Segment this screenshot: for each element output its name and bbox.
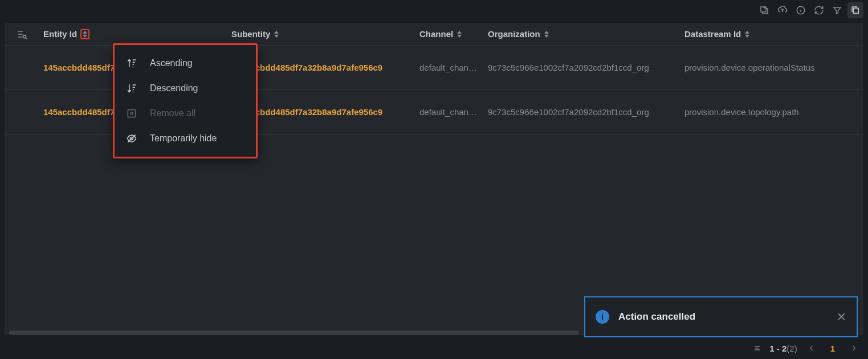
table-header: Entity Id Subentity Channel Organization [5,23,863,46]
menu-item-ascending[interactable]: Ascending [115,51,256,76]
column-header-entity-id[interactable]: Entity Id [39,29,227,39]
toast-notification: i Action cancelled ✕ [584,296,858,337]
svg-rect-2 [853,8,858,13]
cell-channel: default_channel [415,107,483,117]
cell-organization: 9c73c5c966e1002cf7a2092cd2bf1ccd_org [483,107,680,117]
range-display: 1 - 2(2) [769,344,797,353]
menu-label: Temporarily hide [150,133,217,144]
current-page[interactable]: 1 [826,344,840,353]
data-table: Entity Id Subentity Channel Organization [5,23,863,335]
remove-icon [126,108,137,119]
range-text: 1 - 2 [769,344,787,353]
column-header-subentity[interactable]: Subentity [227,29,415,39]
toast-message: Action cancelled [618,311,828,323]
column-label: Organization [488,29,540,39]
layout-icon[interactable] [847,2,863,18]
next-page-button[interactable] [847,344,860,352]
sort-descending-icon [126,83,137,94]
sort-toggle-icon[interactable] [274,31,279,38]
sort-toggle-icon[interactable] [744,31,750,38]
filter-icon[interactable] [829,2,845,18]
pagination-bar: 1 - 2(2) 1 [753,338,860,358]
hide-icon [126,133,137,144]
info-icon: i [596,310,609,324]
sort-ascending-icon [126,58,137,69]
sort-toggle-icon[interactable] [457,31,462,38]
info-icon[interactable] [793,2,809,18]
cell-datastream-id: provision.device.topology.path [680,107,840,117]
upload-icon[interactable] [775,2,790,18]
export-icon[interactable] [756,2,772,18]
sort-toggle-icon[interactable] [544,31,549,38]
column-label: Datastream Id [684,29,741,39]
close-icon[interactable]: ✕ [837,310,846,324]
total-text: (2) [787,344,797,353]
column-header-datastream-id[interactable]: Datastream Id [680,29,840,39]
menu-item-descending[interactable]: Descending [115,76,256,101]
cell-organization: 9c73c5c966e1002cf7a2092cd2bf1ccd_org [483,63,680,72]
column-header-organization[interactable]: Organization [483,29,680,39]
menu-label: Ascending [150,58,193,68]
cell-channel: default_channel [415,63,483,72]
column-header-channel[interactable]: Channel [415,29,483,39]
list-icon[interactable] [753,344,761,352]
refresh-icon[interactable] [811,2,827,18]
column-label: Entity Id [43,29,77,39]
menu-label: Descending [150,83,198,93]
menu-label: Remove all [150,108,195,119]
column-label: Subentity [231,29,270,39]
search-column-header[interactable] [5,28,39,40]
menu-item-temporarily-hide[interactable]: Temporarily hide [115,126,256,151]
cell-datastream-id: provision.device.operationalStatus [680,63,840,72]
column-label: Channel [419,29,453,39]
scrollbar-thumb[interactable] [9,331,579,335]
svg-point-3 [23,35,26,38]
prev-page-button[interactable] [805,344,818,352]
sort-toggle-icon[interactable] [80,29,89,39]
toolbar [0,0,868,21]
column-sort-menu: Ascending Descending Remove all Temporar… [113,43,258,158]
menu-item-remove-all: Remove all [115,101,256,126]
